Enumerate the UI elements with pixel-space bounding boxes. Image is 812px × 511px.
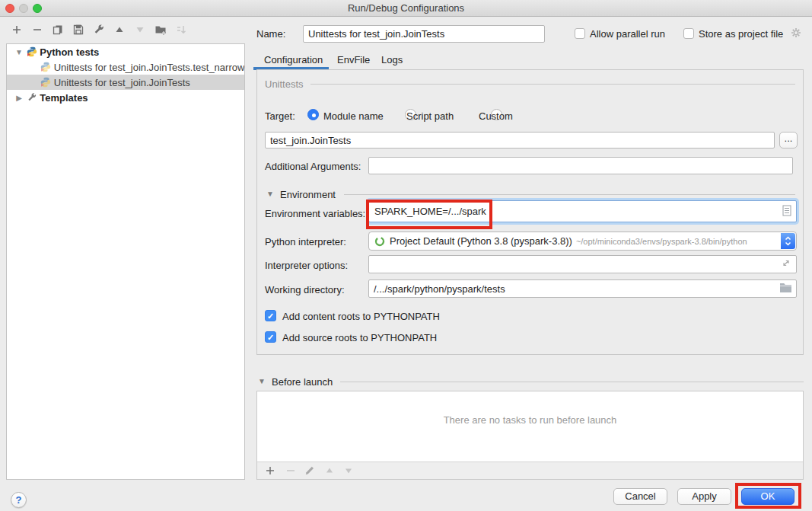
unittests-group-label: Unittests (265, 78, 304, 91)
add-task-icon[interactable] (265, 465, 276, 477)
configurations-tree: ▼ Python tests Unittests for test_join.J… (6, 43, 245, 480)
move-task-down-icon (343, 465, 355, 477)
python-interpreter-dropdown[interactable]: Project Default (Python 3.8 (pyspark-3.8… (368, 232, 797, 251)
sort-configurations-icon (175, 24, 187, 36)
add-configuration-icon[interactable] (11, 24, 23, 36)
before-launch-toolbar (257, 461, 803, 479)
variables-list-icon[interactable] (782, 205, 791, 219)
remove-task-icon (285, 465, 297, 477)
move-task-up-icon (324, 465, 336, 477)
check-icon: ✓ (267, 311, 274, 321)
help-button[interactable]: ? (11, 492, 27, 508)
tree-item-label: Unittests for test_join.JoinTests.test_n… (54, 60, 244, 75)
python-interpreter-value: Project Default (Python 3.8 (pyspark-3.8… (390, 235, 572, 247)
edit-task-icon (304, 465, 316, 477)
environment-variables-field (368, 200, 797, 222)
environment-rule (344, 194, 795, 195)
interpreter-options-label: Interpreter options: (265, 260, 348, 272)
copy-configuration-icon[interactable] (52, 24, 64, 36)
new-folder-icon[interactable] (154, 24, 167, 36)
before-launch-section-label: Before launch (272, 376, 333, 388)
radio-module-name-label[interactable]: Module name (323, 110, 384, 123)
name-label: Name: (256, 28, 285, 40)
question-icon: ? (16, 494, 22, 506)
radio-module-name[interactable] (307, 109, 319, 120)
environment-section-label: Environment (280, 189, 336, 201)
tree-item-label: Templates (40, 91, 88, 105)
tree-item-python-tests[interactable]: ▼ Python tests (7, 44, 244, 59)
before-launch-empty-message: There are no tasks to run before launch (257, 414, 803, 426)
move-up-icon[interactable] (113, 24, 126, 36)
browse-target-button[interactable]: ... (779, 132, 798, 149)
python-interpreter-label: Python interpreter: (265, 236, 346, 248)
group-rule (310, 84, 795, 85)
move-down-icon (134, 24, 146, 36)
tab-envfile[interactable]: EnvFile (337, 54, 370, 66)
before-launch-collapse-icon[interactable]: ▼ (258, 377, 266, 385)
remove-configuration-icon[interactable] (31, 24, 43, 36)
expand-icon[interactable]: ▶ (14, 91, 24, 105)
ok-button[interactable]: OK (741, 488, 794, 505)
environment-variables-label: Environment variables: (265, 208, 365, 220)
tree-item-label: Unittests for test_join.JoinTests (54, 75, 190, 90)
tab-logs[interactable]: Logs (381, 54, 403, 66)
additional-arguments-input[interactable] (368, 157, 793, 174)
run-debug-configurations-dialog: Run/Debug Configurations ▼ Python tests (0, 0, 812, 511)
allow-parallel-run-label: Allow parallel run (590, 28, 665, 40)
add-source-roots-checkbox[interactable]: ✓ (265, 331, 276, 343)
configuration-panel: Unittests Target: Module name Script pat… (256, 69, 804, 355)
name-input[interactable] (303, 25, 545, 43)
store-as-project-file-label: Store as project file (699, 28, 783, 40)
python-tests-icon (27, 45, 37, 59)
conda-env-icon (374, 236, 385, 247)
folder-icon[interactable] (779, 283, 792, 295)
environment-collapse-icon[interactable]: ▼ (266, 190, 274, 198)
tree-item-templates[interactable]: ▶ Templates (7, 90, 244, 105)
additional-arguments-label: Additional Arguments: (265, 161, 361, 173)
tab-configuration[interactable]: Configuration (264, 54, 323, 66)
python-test-icon (40, 75, 51, 90)
interpreter-options-input[interactable] (368, 255, 797, 273)
collapse-icon[interactable]: ▼ (14, 45, 24, 59)
working-directory-input[interactable] (368, 279, 797, 298)
radio-custom-label[interactable]: Custom (479, 110, 513, 123)
save-configuration-icon[interactable] (72, 24, 84, 36)
add-content-roots-checkbox[interactable]: ✓ (265, 310, 276, 321)
title-bar: Run/Debug Configurations (0, 0, 812, 17)
dropdown-stepper-icon[interactable] (781, 233, 795, 249)
target-label: Target: (265, 110, 295, 123)
cancel-button[interactable]: Cancel (613, 488, 667, 505)
target-input[interactable] (265, 132, 775, 149)
tree-item-unittests-test-narrow[interactable]: Unittests for test_join.JoinTests.test_n… (7, 59, 244, 75)
apply-button[interactable]: Apply (677, 488, 731, 505)
add-content-roots-label: Add content roots to PYTHONPATH (282, 311, 440, 323)
edit-templates-icon[interactable] (93, 24, 105, 36)
check-icon: ✓ (267, 333, 274, 342)
add-source-roots-label: Add source roots to PYTHONPATH (282, 332, 437, 344)
tree-item-unittests-jointests-selected[interactable]: Unittests for test_join.JoinTests (7, 75, 244, 90)
working-directory-label: Working directory: (265, 284, 345, 296)
radio-script-path-label[interactable]: Script path (406, 110, 454, 123)
python-test-icon (40, 60, 51, 75)
python-interpreter-path: ~/opt/miniconda3/envs/pyspark-3.8/bin/py… (576, 237, 747, 246)
templates-wrench-icon (27, 91, 37, 105)
environment-variables-input[interactable] (370, 202, 773, 221)
before-launch-panel: There are no tasks to run before launch (256, 391, 804, 480)
tree-item-label: Python tests (40, 45, 99, 59)
gear-icon[interactable] (790, 27, 802, 39)
window-title: Run/Debug Configurations (0, 0, 812, 16)
store-as-project-file-checkbox[interactable] (683, 28, 694, 39)
allow-parallel-run-checkbox[interactable] (575, 28, 585, 39)
before-launch-rule (340, 382, 804, 382)
expand-field-icon[interactable] (781, 258, 791, 271)
